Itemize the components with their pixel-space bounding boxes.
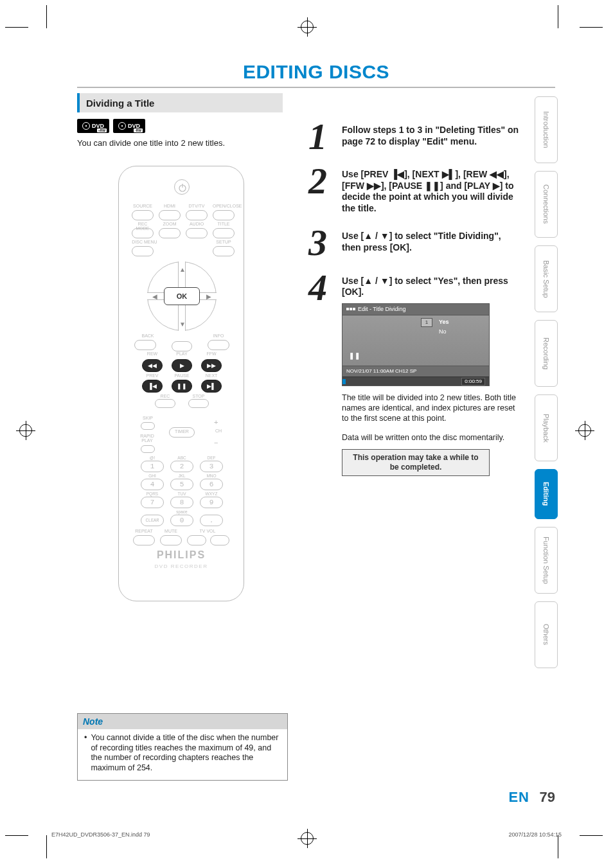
kp-6: 6 [200,479,223,490]
kp-lab-7: PQRS [141,492,164,496]
btn-openclose [213,210,235,220]
title-rule [77,87,555,88]
label-ch: CH [209,429,228,433]
kp-0: 0 [170,515,193,526]
play-icon: ▶ [493,181,500,191]
dialog-info: NOV/21/07 11:00AM CH12 SP [342,366,489,376]
note-title: Note [78,714,287,729]
kp-1: 1 [141,461,164,472]
step-text: Use [▲ / ▼] to select "Title Dividing", … [342,227,520,258]
btn-back [134,340,156,350]
step-2: 2 Use [PREV ▐◀], [NEXT ▶▌], [REW ◀◀], [F… [308,165,520,214]
kp-lab-3: DEF [200,456,223,460]
label-info: INFO [209,333,228,338]
btn-return [172,341,192,351]
brand-label: PHILIPS [119,549,244,561]
arrow-left-icon: ◀ [152,293,157,300]
dvd-rw-minus-badge: DVD -RW [113,119,145,133]
label-skip: SKIP [138,416,157,420]
step-3: 3 Use [▲ / ▼] to select "Title Dividing"… [308,227,520,258]
step-4: 4 Use [▲ / ▼] to select "Yes", then pres… [308,272,520,477]
pause-icon: ❚❚ [425,181,440,191]
dialog-no: No [439,328,447,335]
tab-playback[interactable]: Playback [535,394,558,461]
menu-icon [346,308,355,310]
kp-5: 5 [170,479,193,490]
tab-introduction[interactable]: Introduction [535,96,558,163]
tab-basic-setup[interactable]: Basic Setup [535,245,558,312]
dialog-title: Edit - Title Dividing [342,304,489,315]
steps-column: 1 Follow steps 1 to 3 in "Deleting Title… [308,121,520,489]
label-openclose: OPEN/CLOSE [213,204,235,208]
tab-editing[interactable]: Editing [535,469,558,519]
label-play: PLAY [172,351,192,356]
btn-pause: ❚❚ [172,380,192,393]
brand-sublabel: DVD RECORDER [119,563,244,569]
ch-minus-icon: − [214,439,218,447]
label-source: SOURCE [132,204,154,208]
footer-date: 2007/12/28 10:54:15 [508,831,562,838]
label-stop: STOP [188,394,209,398]
intro-text: You can divide one title into 2 new titl… [77,138,225,148]
dialog-yes: Yes [439,319,449,326]
note-body: •You cannot divide a title of the disc w… [78,729,287,780]
ok-button: OK [164,287,200,305]
footer-file: E7H42UD_DVDR3506-37_EN.indd 79 [51,831,150,838]
btn-mute [160,535,182,545]
label-dtvtv: DTV/TV [186,204,208,208]
kp-7: 7 [141,497,164,508]
step-text: Use [▲ / ▼] to select "Yes", then press … [342,272,520,477]
btn-skip [141,422,155,430]
btn-prev: ▐◀ [142,380,163,393]
kp-8: 8 [170,497,193,508]
footer-lang: EN [508,789,529,806]
power-button [174,179,190,195]
footer-page: 79 [540,789,555,806]
arrow-down-icon: ▼ [179,321,186,328]
btn-tvvol-up [210,535,229,545]
tab-function-setup[interactable]: Function Setup [535,527,558,594]
arrow-right-icon: ▶ [206,293,211,300]
step-number: 3 [308,227,334,258]
badge-sub: +RW [97,128,107,132]
ffw-icon: ▶▶ [367,181,381,191]
btn-dtvtv [186,210,208,220]
tab-recording[interactable]: Recording [535,320,558,387]
kp-lab-1: @! [141,456,164,460]
label-discmenu: DISC MENU [132,240,157,244]
tab-others[interactable]: Others [535,601,558,668]
btn-discmenu [132,246,154,256]
kp-clear: CLEAR [141,515,164,526]
kp-3: 3 [200,461,223,472]
bullet-icon: • [84,733,87,774]
label-setup: SETUP [213,240,235,244]
label-ffw: FFW [201,351,222,356]
btn-tvvol-down [187,535,206,545]
edit-dialog: Edit - Title Dividing 1 Yes No ❚❚ NOV/21… [342,303,490,386]
tab-connections[interactable]: Connections [535,171,558,238]
kp-4: 4 [141,479,164,490]
up-icon: ▲ [364,276,373,286]
step-text: Follow steps 1 to 3 in "Deleting Titles"… [342,121,520,152]
disc-badges: DVD +RW DVD -RW [77,119,145,133]
note-box: Note •You cannot divide a title of the d… [77,713,288,781]
kp-9: 9 [200,497,223,508]
side-tabs: Introduction Connections Basic Setup Rec… [535,96,558,668]
btn-source [132,210,154,220]
dialog-body: 1 Yes No ❚❚ [342,315,489,366]
kp-lab-2: ABC [170,456,193,460]
btn-repeat [133,535,155,545]
kp-2: 2 [170,461,193,472]
remote-illustration: SOURCE HDMI DTV/TV OPEN/CLOSE REC MODE Z… [118,166,244,601]
label-prev: PREV [142,373,163,378]
btn-audio [186,228,208,238]
label-title: TITLE [213,222,235,226]
step-1: 1 Follow steps 1 to 3 in "Deleting Title… [308,121,520,152]
warning-box: This operation may take a while to be co… [342,449,490,476]
btn-recmode [132,228,154,238]
dialog-progress: 0:00:59 [342,376,489,385]
label-pause: PAUSE [172,373,192,378]
ch-plus-icon: + [214,418,218,426]
dialog-time: 0:00:59 [461,378,485,385]
btn-rew: ◀◀ [142,359,163,372]
